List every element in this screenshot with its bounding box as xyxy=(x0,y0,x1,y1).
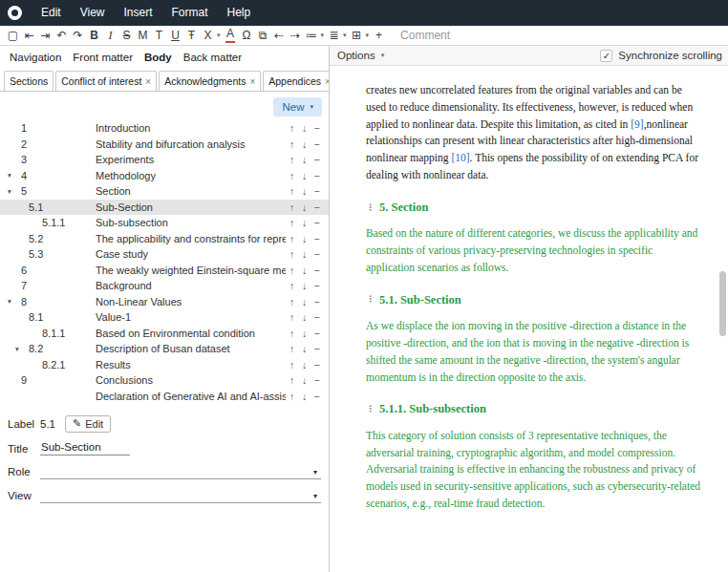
menu-format[interactable]: Format xyxy=(162,0,218,26)
move-down-icon[interactable]: ↓ xyxy=(298,280,310,291)
tree-row[interactable]: ▾5 Section ↑↓− xyxy=(0,183,329,200)
tree-row[interactable]: 1 Introduction ↑↓− xyxy=(0,120,329,137)
tree-row[interactable]: ▾8 Non-Linear Values ↑↓− xyxy=(0,294,329,310)
move-up-icon[interactable]: ↑ xyxy=(286,374,298,386)
tree-row[interactable]: 8.2.1 Results ↑↓− xyxy=(0,357,329,373)
remove-section-icon[interactable]: − xyxy=(310,170,323,181)
table-dropdown[interactable]: ⊞ ▾ xyxy=(349,27,370,44)
scrollbar-thumb[interactable] xyxy=(719,271,726,336)
move-down-icon[interactable]: ↓ xyxy=(298,217,310,228)
move-up-icon[interactable]: ↑ xyxy=(286,233,298,244)
remove-section-icon[interactable]: − xyxy=(310,233,323,244)
move-up-icon[interactable]: ↑ xyxy=(286,185,298,197)
move-down-icon[interactable]: ↓ xyxy=(298,154,310,165)
edit-label-button[interactable]: ✎ Edit xyxy=(65,415,111,433)
move-up-icon[interactable]: ↑ xyxy=(286,170,298,181)
tree-row-selected[interactable]: 5.1 Sub-Section ↑↓− xyxy=(0,200,329,216)
remove-section-icon[interactable]: − xyxy=(310,122,323,134)
remove-section-icon[interactable]: − xyxy=(310,154,323,165)
remove-section-icon[interactable]: − xyxy=(310,328,323,339)
move-down-icon[interactable]: ↓ xyxy=(298,233,310,244)
move-up-icon[interactable]: ↑ xyxy=(286,248,298,260)
expand-caret-icon[interactable]: ▾ xyxy=(8,171,21,180)
close-icon[interactable]: × xyxy=(145,76,151,87)
decrease-indent-icon[interactable]: ⇠ xyxy=(271,27,288,44)
italic-icon[interactable]: I xyxy=(102,27,118,44)
move-up-icon[interactable]: ↑ xyxy=(286,311,298,323)
remove-section-icon[interactable]: − xyxy=(310,201,323,213)
sync-scrolling-toggle[interactable]: ✓ Synchronize scrolling xyxy=(600,50,722,62)
remove-section-icon[interactable]: − xyxy=(310,391,323,402)
tab-body[interactable]: Body xyxy=(139,51,178,64)
move-up-icon[interactable]: ↑ xyxy=(286,201,298,213)
move-up-icon[interactable]: ↑ xyxy=(286,391,298,402)
tree-row[interactable]: 2 Stability and bifurcation analysis ↑↓− xyxy=(0,137,329,153)
document-preview[interactable]: creates new uncorrelated features from t… xyxy=(330,66,728,572)
move-down-icon[interactable]: ↓ xyxy=(298,391,310,402)
tree-row[interactable]: Declaration of Generative AI and AI-assi… xyxy=(0,389,329,405)
drag-handle-icon[interactable]: ⋮ xyxy=(366,403,375,416)
redo-icon[interactable]: ↷ xyxy=(70,27,86,44)
tab-sections[interactable]: Sections xyxy=(4,71,54,92)
remove-section-icon[interactable]: − xyxy=(310,359,323,371)
remove-section-icon[interactable]: − xyxy=(310,374,323,386)
tree-row[interactable]: 6 The weakly weighted Einstein-square me… xyxy=(0,263,329,279)
font-color-icon[interactable]: A xyxy=(225,28,235,42)
underline-icon[interactable]: U xyxy=(167,27,183,44)
remove-section-icon[interactable]: − xyxy=(310,265,323,276)
remove-section-icon[interactable]: − xyxy=(310,280,323,291)
clear-formatting-icon[interactable]: Ŧ xyxy=(183,27,200,44)
mark-icon[interactable]: M xyxy=(135,27,151,44)
crosshair-icon[interactable]: + xyxy=(371,27,387,44)
close-icon[interactable]: × xyxy=(325,76,329,87)
role-select[interactable]: ▾ xyxy=(40,464,321,479)
remove-section-icon[interactable]: − xyxy=(310,248,323,260)
tree-row[interactable]: 8.1 Value-1 ↑↓− xyxy=(0,309,329,326)
bullet-list-dropdown[interactable]: ≔ ▾ xyxy=(304,27,325,44)
tree-row[interactable]: 3 Experiments ↑↓− xyxy=(0,152,329,168)
special-character-icon[interactable]: Ω xyxy=(239,27,255,44)
view-select[interactable]: ▾ xyxy=(40,488,321,503)
app-logo-icon[interactable] xyxy=(8,6,22,20)
move-up-icon[interactable]: ↑ xyxy=(286,154,298,165)
move-up-icon[interactable]: ↑ xyxy=(286,122,298,134)
menu-insert[interactable]: Insert xyxy=(114,0,161,26)
tree-row[interactable]: 7 Background ↑↓− xyxy=(0,278,329,294)
tree-row[interactable]: ▾4 Methodology ↑↓− xyxy=(0,168,329,184)
bold-icon[interactable]: B xyxy=(86,27,102,44)
remove-section-icon[interactable]: − xyxy=(310,343,323,354)
text-style-icon[interactable]: T xyxy=(151,27,167,44)
increase-indent-icon[interactable]: ⇢ xyxy=(288,27,304,44)
move-up-icon[interactable]: ↑ xyxy=(286,343,298,354)
move-down-icon[interactable]: ↓ xyxy=(298,343,310,354)
move-down-icon[interactable]: ↓ xyxy=(298,138,310,150)
expand-caret-icon[interactable]: ▾ xyxy=(15,345,29,353)
drag-handle-icon[interactable]: ⋮ xyxy=(366,201,375,215)
move-down-icon[interactable]: ↓ xyxy=(298,328,310,339)
title-input[interactable]: Sub-Section xyxy=(40,441,130,455)
move-down-icon[interactable]: ↓ xyxy=(298,248,310,260)
remove-section-icon[interactable]: − xyxy=(310,138,323,150)
menu-view[interactable]: View xyxy=(71,0,115,26)
options-dropdown[interactable]: Options ▾ xyxy=(337,50,384,61)
tab-conflict-of-interest[interactable]: Conflict of interest × xyxy=(55,71,157,91)
new-section-button[interactable]: New ▾ xyxy=(273,97,322,117)
remove-section-icon[interactable]: − xyxy=(310,311,323,323)
undo-icon[interactable]: ↶ xyxy=(54,27,70,44)
remove-section-icon[interactable]: − xyxy=(310,296,323,307)
move-up-icon[interactable]: ↑ xyxy=(286,296,298,307)
move-up-icon[interactable]: ↑ xyxy=(286,217,298,228)
jump-next-icon[interactable]: ⇥ xyxy=(37,27,54,44)
tree-row[interactable]: 5.3 Case study ↑↓− xyxy=(0,246,329,263)
move-up-icon[interactable]: ↑ xyxy=(286,280,298,291)
move-up-icon[interactable]: ↑ xyxy=(286,359,298,371)
move-up-icon[interactable]: ↑ xyxy=(286,138,298,150)
move-down-icon[interactable]: ↓ xyxy=(298,265,310,276)
close-icon[interactable]: × xyxy=(249,76,255,87)
move-down-icon[interactable]: ↓ xyxy=(298,374,310,386)
expand-caret-icon[interactable]: ▾ xyxy=(8,297,21,306)
case-style-dropdown[interactable]: X ▾ xyxy=(200,27,221,44)
tree-row[interactable]: 5.1.1 Sub-subsection ↑↓− xyxy=(0,215,329,231)
citation-link[interactable]: [9] xyxy=(631,118,643,130)
menu-help[interactable]: Help xyxy=(218,0,261,26)
